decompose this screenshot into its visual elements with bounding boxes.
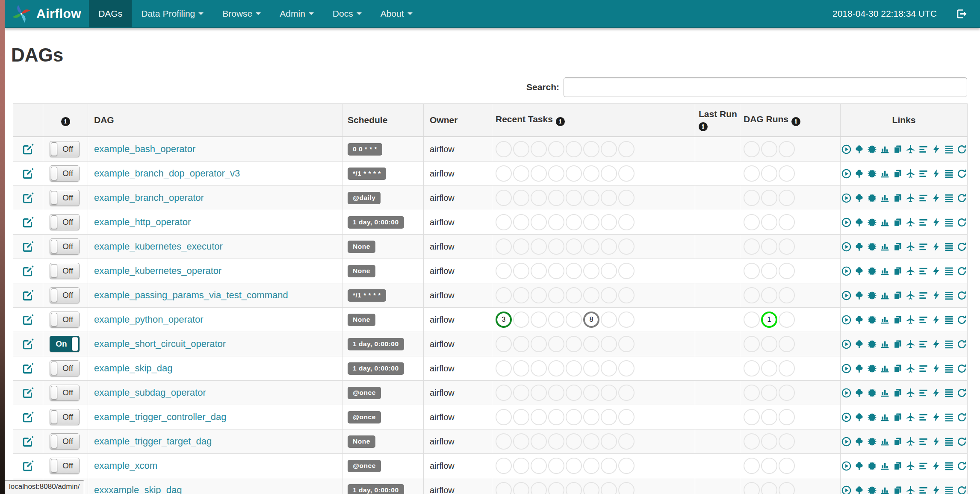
task-state-circle[interactable] — [548, 336, 564, 352]
dag-pause-toggle[interactable]: Off — [50, 458, 80, 474]
task-state-circle[interactable] — [583, 214, 599, 230]
task-state-circle[interactable] — [566, 385, 582, 401]
dag-pause-toggle[interactable]: Off — [50, 238, 80, 255]
task-duration-icon[interactable] — [880, 437, 890, 447]
nav-item-docs[interactable]: Docs — [323, 0, 371, 27]
code-view-icon[interactable] — [931, 485, 941, 494]
gantt-view-icon[interactable] — [918, 388, 928, 398]
refresh-icon[interactable] — [957, 218, 967, 227]
task-state-circle[interactable] — [566, 190, 582, 206]
graph-view-icon[interactable] — [867, 291, 877, 300]
logs-icon[interactable] — [944, 412, 954, 422]
tree-view-icon[interactable] — [854, 388, 864, 398]
code-view-icon[interactable] — [931, 412, 941, 422]
task-state-circle[interactable] — [618, 336, 635, 352]
task-state-circle[interactable] — [531, 190, 547, 206]
graph-view-icon[interactable] — [867, 144, 877, 154]
task-state-circle[interactable] — [531, 312, 547, 328]
gantt-view-icon[interactable] — [918, 315, 928, 325]
task-state-circle[interactable] — [583, 190, 599, 206]
gantt-view-icon[interactable] — [918, 144, 928, 154]
task-state-circle[interactable] — [496, 336, 512, 352]
dag-link[interactable]: example_trigger_controller_dag — [94, 412, 226, 422]
task-state-circle[interactable] — [583, 458, 599, 474]
refresh-icon[interactable] — [957, 364, 967, 373]
task-state-circle[interactable] — [583, 433, 599, 450]
task-state-circle[interactable] — [548, 385, 564, 401]
refresh-icon[interactable] — [957, 437, 967, 447]
task-state-circle[interactable] — [531, 141, 547, 157]
task-duration-icon[interactable] — [880, 144, 890, 154]
dag-run-circle[interactable]: 1 — [761, 312, 777, 328]
task-state-circle[interactable] — [548, 165, 564, 182]
dag-run-circle[interactable] — [779, 458, 795, 474]
nav-item-admin[interactable]: Admin — [270, 0, 323, 27]
task-state-circle[interactable] — [618, 141, 635, 157]
task-state-circle[interactable] — [531, 458, 547, 474]
task-state-circle[interactable] — [531, 238, 547, 255]
nav-item-about[interactable]: About — [371, 0, 422, 27]
dag-run-circle[interactable] — [761, 433, 777, 450]
gantt-view-icon[interactable] — [918, 485, 928, 494]
task-state-circle[interactable] — [618, 409, 635, 425]
tree-view-icon[interactable] — [854, 291, 864, 300]
trigger-dag-icon[interactable] — [841, 412, 851, 422]
task-state-circle[interactable] — [531, 214, 547, 230]
task-state-circle[interactable] — [618, 214, 635, 230]
dag-run-circle[interactable] — [779, 165, 795, 182]
trigger-dag-icon[interactable] — [841, 266, 851, 276]
task-state-circle[interactable] — [601, 336, 617, 352]
dag-run-circle[interactable] — [761, 287, 777, 303]
task-state-circle[interactable] — [601, 385, 617, 401]
landing-times-icon[interactable] — [906, 266, 915, 276]
dag-link[interactable]: example_kubernetes_operator — [94, 265, 221, 276]
tree-view-icon[interactable] — [854, 315, 864, 325]
task-state-circle[interactable] — [566, 141, 582, 157]
task-state-circle[interactable] — [566, 409, 582, 425]
task-state-circle[interactable] — [601, 190, 617, 206]
task-state-circle[interactable] — [531, 433, 547, 450]
task-state-circle[interactable] — [601, 482, 617, 494]
task-state-circle[interactable] — [548, 458, 564, 474]
landing-times-icon[interactable] — [906, 193, 915, 203]
task-state-circle[interactable] — [496, 165, 512, 182]
task-state-circle[interactable] — [583, 287, 599, 303]
task-state-circle[interactable] — [583, 482, 599, 494]
dag-pause-toggle[interactable]: Off — [50, 433, 80, 450]
dag-link[interactable]: example_subdag_operator — [94, 387, 206, 398]
dag-link[interactable]: example_kubernetes_executor — [94, 241, 223, 252]
task-tries-icon[interactable] — [893, 242, 903, 252]
landing-times-icon[interactable] — [906, 144, 915, 154]
tree-view-icon[interactable] — [854, 339, 864, 349]
refresh-icon[interactable] — [957, 315, 967, 325]
refresh-icon[interactable] — [957, 291, 967, 300]
code-view-icon[interactable] — [931, 339, 941, 349]
graph-view-icon[interactable] — [867, 339, 877, 349]
landing-times-icon[interactable] — [906, 315, 915, 325]
dag-run-circle[interactable] — [744, 214, 760, 230]
dag-run-circle[interactable] — [761, 263, 777, 279]
dag-link[interactable]: example_trigger_target_dag — [94, 436, 212, 447]
task-state-circle[interactable] — [513, 214, 529, 230]
task-state-circle[interactable] — [513, 165, 529, 182]
task-tries-icon[interactable] — [893, 218, 903, 227]
refresh-icon[interactable] — [957, 169, 967, 179]
task-state-circle[interactable]: 3 — [496, 312, 512, 328]
dag-link[interactable]: example_skip_dag — [94, 363, 172, 373]
logs-icon[interactable] — [944, 291, 954, 300]
landing-times-icon[interactable] — [906, 485, 915, 494]
code-view-icon[interactable] — [931, 437, 941, 447]
dag-run-circle[interactable] — [744, 336, 760, 352]
landing-times-icon[interactable] — [906, 437, 915, 447]
code-view-icon[interactable] — [931, 193, 941, 203]
task-duration-icon[interactable] — [880, 388, 890, 398]
task-state-circle[interactable] — [583, 360, 599, 376]
landing-times-icon[interactable] — [906, 218, 915, 227]
trigger-dag-icon[interactable] — [841, 461, 851, 471]
task-state-circle[interactable] — [566, 263, 582, 279]
gantt-view-icon[interactable] — [918, 242, 928, 252]
logs-icon[interactable] — [944, 266, 954, 276]
dag-run-circle[interactable] — [779, 360, 795, 376]
trigger-dag-icon[interactable] — [841, 291, 851, 300]
nav-item-dags[interactable]: DAGs — [89, 0, 132, 27]
